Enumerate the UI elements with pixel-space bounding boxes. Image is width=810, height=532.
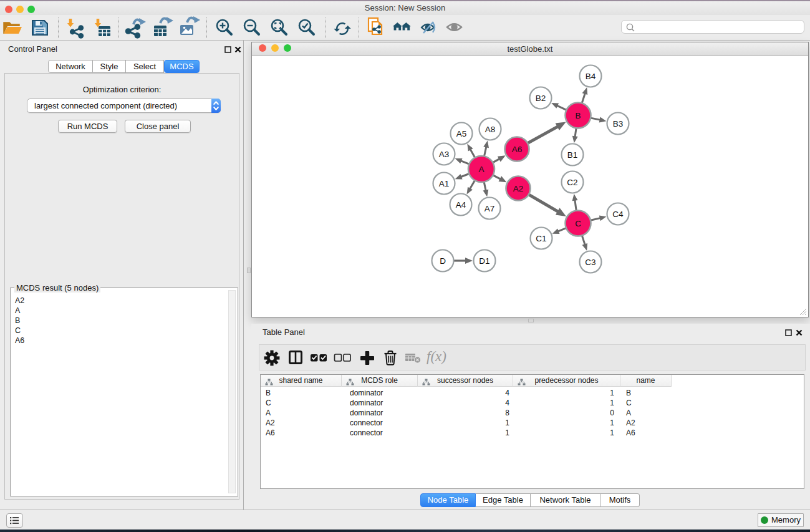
svg-text:A8: A8 [485, 125, 496, 134]
svg-text:D1: D1 [479, 256, 489, 266]
svg-text:B4: B4 [586, 72, 596, 81]
svg-text:C4: C4 [612, 210, 624, 219]
svg-text:B2: B2 [536, 94, 546, 103]
svg-text:B: B [575, 111, 581, 120]
svg-text:A3: A3 [439, 150, 450, 159]
svg-text:B3: B3 [613, 119, 624, 128]
svg-text:A6: A6 [512, 145, 523, 154]
svg-text:D: D [440, 256, 446, 266]
svg-text:B1: B1 [567, 150, 578, 160]
svg-text:A2: A2 [513, 184, 524, 193]
svg-text:C3: C3 [585, 258, 595, 267]
svg-text:A5: A5 [456, 129, 467, 138]
svg-text:A4: A4 [456, 200, 466, 210]
svg-text:A: A [478, 165, 484, 174]
svg-text:A1: A1 [439, 179, 450, 188]
svg-text:A7: A7 [485, 204, 495, 213]
svg-text:C1: C1 [536, 234, 546, 243]
svg-text:C: C [575, 219, 581, 228]
svg-text:C2: C2 [567, 178, 577, 187]
